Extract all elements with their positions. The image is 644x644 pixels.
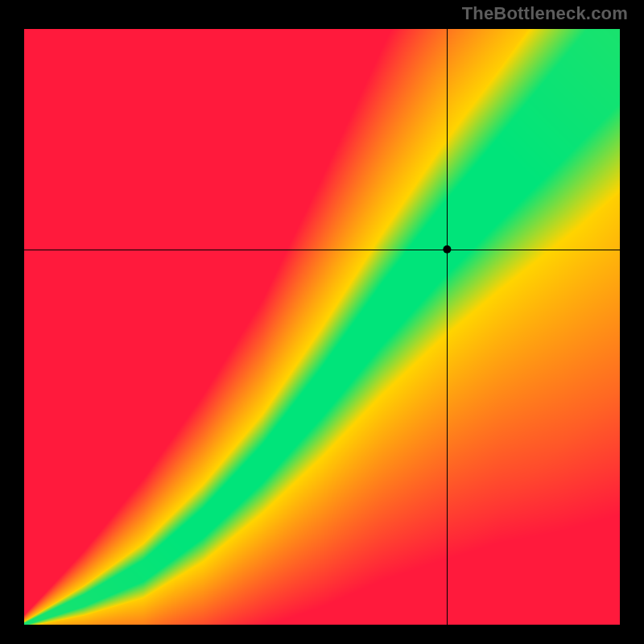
brand-watermark: TheBottleneck.com bbox=[462, 3, 628, 24]
bottleneck-heatmap bbox=[0, 0, 644, 644]
